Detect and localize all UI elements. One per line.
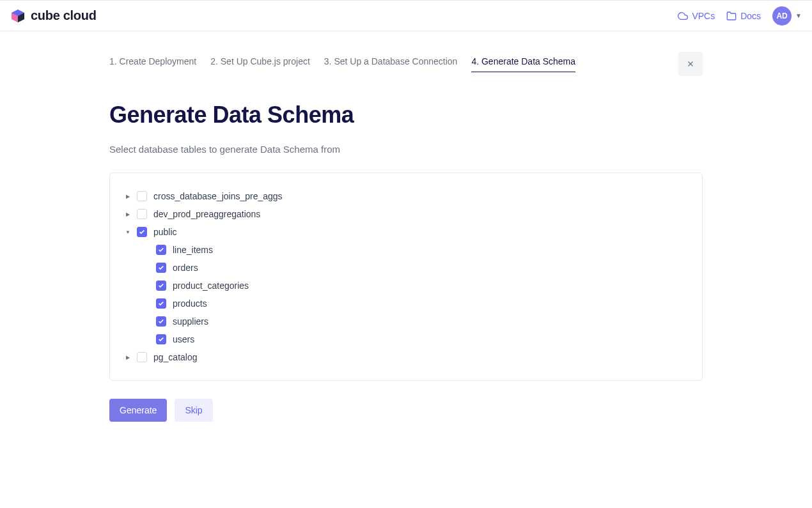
page-description: Select database tables to generate Data … bbox=[109, 144, 703, 155]
check-icon bbox=[158, 265, 164, 271]
cloud-icon bbox=[678, 11, 688, 21]
vpcs-label: VPCs bbox=[692, 11, 715, 21]
close-icon bbox=[686, 59, 695, 68]
table-row: orders bbox=[125, 259, 687, 277]
schema-row: ▶cross_database_joins_pre_aggs bbox=[125, 187, 687, 205]
checkbox[interactable] bbox=[137, 352, 147, 362]
table-label[interactable]: orders bbox=[173, 263, 198, 273]
wizard-step-1[interactable]: 1. Create Deployment bbox=[109, 56, 196, 72]
schema-row: ▶pg_catalog bbox=[125, 348, 687, 366]
checkbox[interactable] bbox=[156, 334, 166, 344]
folder-icon bbox=[726, 11, 737, 21]
table-row: product_categories bbox=[125, 277, 687, 295]
wizard-step-3[interactable]: 3. Set Up a Database Connection bbox=[324, 56, 458, 72]
user-menu[interactable]: AD ▼ bbox=[772, 6, 802, 26]
schema-label[interactable]: pg_catalog bbox=[153, 352, 198, 362]
checkbox[interactable] bbox=[156, 316, 166, 327]
avatar: AD bbox=[772, 6, 792, 26]
check-icon bbox=[158, 247, 164, 253]
checkbox[interactable] bbox=[156, 281, 166, 291]
check-icon bbox=[139, 229, 145, 235]
table-row: users bbox=[125, 330, 687, 348]
expand-icon[interactable]: ▶ bbox=[125, 212, 130, 217]
wizard-steps: 1. Create Deployment2. Set Up Cube.js pr… bbox=[109, 52, 703, 76]
table-label[interactable]: suppliers bbox=[173, 316, 208, 327]
wizard-step-4[interactable]: 4. Generate Data Schema bbox=[471, 56, 575, 72]
table-label[interactable]: product_categories bbox=[173, 281, 249, 291]
schema-tree: ▶cross_database_joins_pre_aggs▶dev_prod_… bbox=[109, 173, 703, 381]
check-icon bbox=[158, 318, 164, 325]
wizard-step-2[interactable]: 2. Set Up Cube.js project bbox=[210, 56, 310, 72]
vpcs-link[interactable]: VPCs bbox=[678, 11, 715, 21]
product-name: cube cloud bbox=[31, 8, 97, 23]
schema-row: ▶dev_prod_preaggregations bbox=[125, 205, 687, 223]
table-row: line_items bbox=[125, 241, 687, 259]
checkbox[interactable] bbox=[137, 191, 147, 201]
checkbox[interactable] bbox=[137, 227, 147, 237]
close-button[interactable] bbox=[678, 52, 703, 76]
docs-link[interactable]: Docs bbox=[726, 11, 761, 21]
schema-label[interactable]: public bbox=[153, 227, 177, 237]
table-label[interactable]: line_items bbox=[173, 245, 213, 255]
page-title: Generate Data Schema bbox=[109, 102, 703, 128]
generate-button[interactable]: Generate bbox=[109, 399, 167, 422]
schema-label[interactable]: cross_database_joins_pre_aggs bbox=[153, 191, 283, 201]
skip-button[interactable]: Skip bbox=[175, 399, 212, 422]
checkbox[interactable] bbox=[156, 263, 166, 273]
expand-icon[interactable]: ▶ bbox=[125, 194, 130, 199]
checkbox[interactable] bbox=[156, 245, 166, 255]
check-icon bbox=[158, 336, 164, 343]
schema-label[interactable]: dev_prod_preaggregations bbox=[153, 209, 260, 219]
checkbox[interactable] bbox=[137, 209, 147, 219]
expand-icon[interactable]: ▶ bbox=[125, 355, 130, 360]
check-icon bbox=[158, 282, 164, 289]
checkbox[interactable] bbox=[156, 298, 166, 309]
check-icon bbox=[158, 300, 164, 307]
table-label[interactable]: products bbox=[173, 298, 207, 309]
table-label[interactable]: users bbox=[173, 334, 194, 344]
cube-logo-icon bbox=[10, 8, 26, 24]
schema-row: ▼public bbox=[125, 223, 687, 241]
table-row: products bbox=[125, 295, 687, 312]
table-row: suppliers bbox=[125, 312, 687, 330]
docs-label: Docs bbox=[740, 11, 761, 21]
collapse-icon[interactable]: ▼ bbox=[125, 229, 130, 235]
chevron-down-icon: ▼ bbox=[795, 12, 802, 19]
logo[interactable]: cube cloud bbox=[10, 8, 97, 24]
